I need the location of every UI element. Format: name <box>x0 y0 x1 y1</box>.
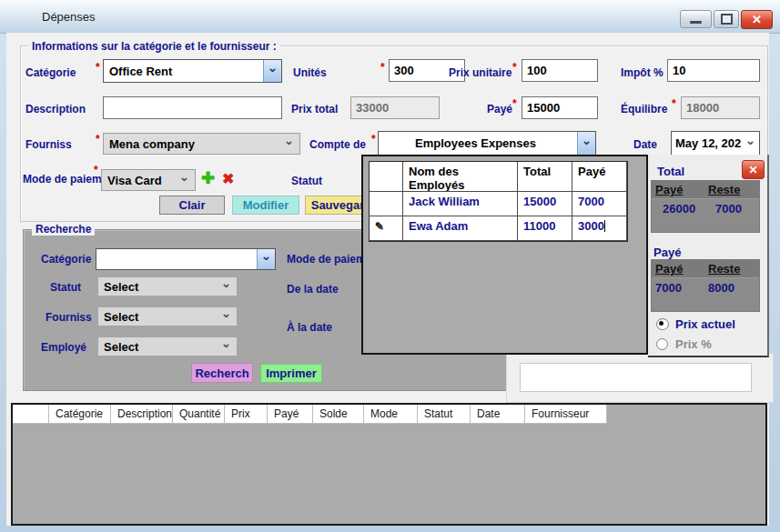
results-column-header: Catégorie <box>49 405 111 424</box>
clair-button[interactable]: Clair <box>159 196 225 215</box>
categorie-dropdown-button[interactable]: ⌄ <box>263 60 281 82</box>
payment-summary-panel: Total ✕ Payé Reste 26000 7000 Payé Payé … <box>648 155 769 357</box>
impot-label: Impôt % <box>621 66 664 79</box>
employee-grid-column-header: Total <box>518 162 572 192</box>
prix-percent-radio[interactable] <box>656 338 668 350</box>
recherche-button[interactable]: Recherch <box>191 363 253 383</box>
categorie-combobox[interactable]: Office Rent ⌄ <box>103 59 282 83</box>
prix-actuel-label: Prix actuel <box>675 317 735 331</box>
close-icon: ✕ <box>748 164 757 176</box>
summary-paye-grid: Payé Reste 7000 8000 <box>651 259 760 312</box>
chevron-down-icon: ⌄ <box>261 253 271 260</box>
fourniss-required-marker: * <box>96 133 100 146</box>
compte-value: Employees Expenses <box>379 136 577 150</box>
search-statut-label: Statut <box>50 281 81 294</box>
prix-total-label: Prix total <box>291 103 338 115</box>
employee-grid-row[interactable]: Jack William150007000 <box>370 192 627 216</box>
categorie-value: Office Rent <box>104 65 263 78</box>
employee-grid-cell[interactable]: 15000 <box>518 192 572 216</box>
titlebar: Dépenses ✕ <box>0 0 780 34</box>
summary-paye-reste-header: Reste <box>704 260 757 277</box>
close-button[interactable]: ✕ <box>741 10 773 29</box>
results-rowheader-column <box>13 405 49 424</box>
search-statut-select[interactable]: Select ⌄ <box>97 276 238 296</box>
employee-grid-column-header: Nom des Employés <box>403 162 518 192</box>
maximize-icon <box>721 14 733 25</box>
prix-actuel-radio[interactable] <box>656 318 669 330</box>
employee-grid-cell[interactable]: 3000 <box>572 216 627 241</box>
mode-paiement-combobox[interactable]: Visa Card ⌄ <box>101 169 196 191</box>
results-column-header: Statut <box>418 405 471 424</box>
minimize-icon <box>690 21 702 24</box>
employee-grid-cell[interactable]: Jack William <box>403 192 518 216</box>
employee-grid-cell[interactable]: 7000 <box>572 192 627 216</box>
employee-grid-cell[interactable]: 11000 <box>518 216 572 241</box>
search-to-date-label: À la date <box>287 321 332 334</box>
description-label: Description <box>25 103 86 115</box>
employee-grid-cell[interactable]: Ewa Adam <box>403 216 518 241</box>
search-from-date-label: De la date <box>287 283 339 296</box>
chevron-down-icon: ⌄ <box>221 340 231 347</box>
chevron-down-icon: ⌄ <box>582 137 592 145</box>
search-categorie-dropdown-button[interactable]: ⌄ <box>257 249 275 269</box>
results-column-header: Description <box>111 405 173 424</box>
search-categorie-combobox[interactable]: ⌄ <box>96 248 276 270</box>
search-employe-value: Select <box>104 340 138 354</box>
paye-input[interactable] <box>522 96 598 119</box>
edit-pencil-icon: ✎ <box>375 220 384 233</box>
search-fourniss-select[interactable]: Select ⌄ <box>97 306 238 326</box>
paye-label: Payé <box>487 103 512 115</box>
prix-total-field <box>350 96 440 119</box>
employee-grid[interactable]: Nom des EmployésTotalPayéJack William150… <box>369 161 628 242</box>
search-employe-select[interactable]: Select ⌄ <box>97 336 238 356</box>
search-statut-value: Select <box>104 280 138 294</box>
results-column-header: Mode <box>364 405 418 424</box>
summary-total-paye-header: Payé <box>652 181 704 198</box>
results-table[interactable]: CatégorieDescriptionQuantitéPrixPayéSold… <box>11 403 767 526</box>
impot-input[interactable] <box>667 59 760 82</box>
maximize-button[interactable] <box>714 10 739 28</box>
summary-total-title: Total <box>657 165 684 178</box>
date-value: May 12, 202 <box>675 136 741 150</box>
modifier-button[interactable]: Modifier <box>232 196 299 215</box>
date-picker[interactable]: May 12, 202 ⌄ <box>671 131 760 156</box>
categorie-required-marker: * <box>96 61 100 74</box>
row-selector-cell[interactable]: ✎ <box>370 216 403 241</box>
prix-unitaire-required-marker: * <box>512 61 517 74</box>
employee-grid-row[interactable]: ✎Ewa Adam110003000 <box>370 216 627 241</box>
paye-required-marker: * <box>512 97 517 110</box>
summary-paye-reste-value: 8000 <box>704 278 757 297</box>
fourniss-value: Mena company <box>109 137 195 151</box>
chevron-down-icon: ⌄ <box>284 137 294 145</box>
unites-required-marker: * <box>380 61 385 74</box>
categorie-label: Catégorie <box>25 66 76 79</box>
summary-paye-paye-header: Payé <box>652 260 704 277</box>
popup-close-button[interactable]: ✕ <box>742 160 765 179</box>
prix-unitaire-input[interactable] <box>522 59 598 82</box>
search-categorie-label: Catégorie <box>41 253 91 266</box>
results-column-header: Date <box>471 405 525 424</box>
results-column-header: Solde <box>313 405 364 424</box>
expenses-window: Dépenses ✕ Informations sur la catégorie… <box>0 0 780 532</box>
chevron-down-icon: ⌄ <box>221 280 231 287</box>
compte-combobox[interactable]: Employees Expenses ⌄ <box>378 131 596 156</box>
chevron-down-icon: ⌄ <box>745 137 755 145</box>
compte-label: Compte de <box>309 138 366 151</box>
employee-grid-rowheader <box>370 162 403 192</box>
results-column-header: Payé <box>268 405 313 424</box>
delete-payment-mode-icon[interactable]: ✖ <box>222 170 234 187</box>
description-input[interactable] <box>103 96 282 119</box>
add-payment-mode-icon[interactable]: ✚ <box>201 168 215 188</box>
imprimer-button[interactable]: Imprimer <box>260 364 322 383</box>
minimize-button[interactable] <box>680 10 712 28</box>
fourniss-combobox[interactable]: Mena company ⌄ <box>103 133 300 155</box>
mode-paiement-required-marker: * <box>94 164 98 176</box>
prix-percent-label: Prix % <box>675 337 712 351</box>
search-groupbox-title: Recherche <box>32 223 95 236</box>
window-title: Dépenses <box>42 10 96 24</box>
chevron-down-icon: ⌄ <box>268 65 278 72</box>
compte-dropdown-button[interactable]: ⌄ <box>577 132 595 155</box>
summary-paye-title: Payé <box>653 246 681 259</box>
employee-grid-column-header: Payé <box>572 162 627 192</box>
row-selector-cell[interactable] <box>370 192 403 216</box>
